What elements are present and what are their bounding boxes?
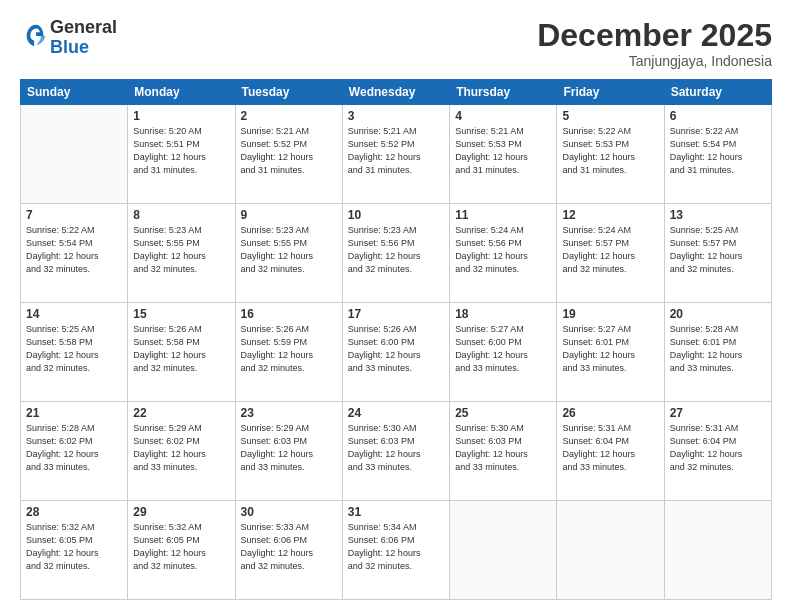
calendar-cell: 9Sunrise: 5:23 AM Sunset: 5:55 PM Daylig… [235,204,342,303]
calendar-week-row: 28Sunrise: 5:32 AM Sunset: 6:05 PM Dayli… [21,501,772,600]
day-number: 20 [670,307,766,321]
calendar-cell [21,105,128,204]
day-info: Sunrise: 5:28 AM Sunset: 6:01 PM Dayligh… [670,323,766,375]
day-number: 17 [348,307,444,321]
logo-text: General Blue [50,18,117,58]
calendar-cell: 22Sunrise: 5:29 AM Sunset: 6:02 PM Dayli… [128,402,235,501]
day-number: 24 [348,406,444,420]
calendar-cell [557,501,664,600]
day-info: Sunrise: 5:21 AM Sunset: 5:52 PM Dayligh… [241,125,337,177]
calendar-cell: 16Sunrise: 5:26 AM Sunset: 5:59 PM Dayli… [235,303,342,402]
day-number: 6 [670,109,766,123]
title-block: December 2025 Tanjungjaya, Indonesia [537,18,772,69]
day-info: Sunrise: 5:34 AM Sunset: 6:06 PM Dayligh… [348,521,444,573]
day-info: Sunrise: 5:21 AM Sunset: 5:53 PM Dayligh… [455,125,551,177]
day-info: Sunrise: 5:25 AM Sunset: 5:57 PM Dayligh… [670,224,766,276]
day-info: Sunrise: 5:32 AM Sunset: 6:05 PM Dayligh… [133,521,229,573]
calendar-cell: 6Sunrise: 5:22 AM Sunset: 5:54 PM Daylig… [664,105,771,204]
day-number: 25 [455,406,551,420]
calendar-week-row: 21Sunrise: 5:28 AM Sunset: 6:02 PM Dayli… [21,402,772,501]
calendar-cell [450,501,557,600]
day-number: 1 [133,109,229,123]
day-number: 27 [670,406,766,420]
day-info: Sunrise: 5:24 AM Sunset: 5:57 PM Dayligh… [562,224,658,276]
logo-general: General [50,17,117,37]
logo-icon [22,22,50,50]
day-info: Sunrise: 5:24 AM Sunset: 5:56 PM Dayligh… [455,224,551,276]
calendar-weekday-sunday: Sunday [21,80,128,105]
day-info: Sunrise: 5:30 AM Sunset: 6:03 PM Dayligh… [455,422,551,474]
day-number: 2 [241,109,337,123]
day-number: 31 [348,505,444,519]
calendar-cell: 2Sunrise: 5:21 AM Sunset: 5:52 PM Daylig… [235,105,342,204]
day-number: 21 [26,406,122,420]
calendar-cell: 8Sunrise: 5:23 AM Sunset: 5:55 PM Daylig… [128,204,235,303]
calendar-cell: 21Sunrise: 5:28 AM Sunset: 6:02 PM Dayli… [21,402,128,501]
day-info: Sunrise: 5:32 AM Sunset: 6:05 PM Dayligh… [26,521,122,573]
day-number: 11 [455,208,551,222]
calendar-cell: 20Sunrise: 5:28 AM Sunset: 6:01 PM Dayli… [664,303,771,402]
calendar-weekday-friday: Friday [557,80,664,105]
calendar-cell: 15Sunrise: 5:26 AM Sunset: 5:58 PM Dayli… [128,303,235,402]
calendar-cell: 4Sunrise: 5:21 AM Sunset: 5:53 PM Daylig… [450,105,557,204]
day-info: Sunrise: 5:25 AM Sunset: 5:58 PM Dayligh… [26,323,122,375]
logo-blue: Blue [50,37,89,57]
day-number: 19 [562,307,658,321]
calendar-week-row: 7Sunrise: 5:22 AM Sunset: 5:54 PM Daylig… [21,204,772,303]
day-info: Sunrise: 5:26 AM Sunset: 5:59 PM Dayligh… [241,323,337,375]
calendar-weekday-saturday: Saturday [664,80,771,105]
day-info: Sunrise: 5:27 AM Sunset: 6:01 PM Dayligh… [562,323,658,375]
day-info: Sunrise: 5:22 AM Sunset: 5:54 PM Dayligh… [670,125,766,177]
calendar-cell: 5Sunrise: 5:22 AM Sunset: 5:53 PM Daylig… [557,105,664,204]
calendar-cell: 25Sunrise: 5:30 AM Sunset: 6:03 PM Dayli… [450,402,557,501]
day-number: 12 [562,208,658,222]
month-title: December 2025 [537,18,772,53]
day-info: Sunrise: 5:23 AM Sunset: 5:55 PM Dayligh… [133,224,229,276]
day-number: 9 [241,208,337,222]
calendar-cell: 10Sunrise: 5:23 AM Sunset: 5:56 PM Dayli… [342,204,449,303]
logo: General Blue [20,18,117,58]
day-info: Sunrise: 5:26 AM Sunset: 6:00 PM Dayligh… [348,323,444,375]
day-number: 13 [670,208,766,222]
calendar-cell: 1Sunrise: 5:20 AM Sunset: 5:51 PM Daylig… [128,105,235,204]
calendar-cell: 26Sunrise: 5:31 AM Sunset: 6:04 PM Dayli… [557,402,664,501]
day-number: 15 [133,307,229,321]
day-number: 14 [26,307,122,321]
calendar-cell [664,501,771,600]
calendar-week-row: 14Sunrise: 5:25 AM Sunset: 5:58 PM Dayli… [21,303,772,402]
calendar-weekday-wednesday: Wednesday [342,80,449,105]
day-number: 30 [241,505,337,519]
calendar-cell: 24Sunrise: 5:30 AM Sunset: 6:03 PM Dayli… [342,402,449,501]
day-number: 4 [455,109,551,123]
day-info: Sunrise: 5:29 AM Sunset: 6:02 PM Dayligh… [133,422,229,474]
calendar-cell: 17Sunrise: 5:26 AM Sunset: 6:00 PM Dayli… [342,303,449,402]
calendar-cell: 18Sunrise: 5:27 AM Sunset: 6:00 PM Dayli… [450,303,557,402]
page: General Blue December 2025 Tanjungjaya, … [0,0,792,612]
day-info: Sunrise: 5:29 AM Sunset: 6:03 PM Dayligh… [241,422,337,474]
day-number: 5 [562,109,658,123]
day-info: Sunrise: 5:31 AM Sunset: 6:04 PM Dayligh… [562,422,658,474]
calendar-cell: 7Sunrise: 5:22 AM Sunset: 5:54 PM Daylig… [21,204,128,303]
day-info: Sunrise: 5:21 AM Sunset: 5:52 PM Dayligh… [348,125,444,177]
calendar-weekday-tuesday: Tuesday [235,80,342,105]
day-number: 29 [133,505,229,519]
day-info: Sunrise: 5:22 AM Sunset: 5:53 PM Dayligh… [562,125,658,177]
day-number: 28 [26,505,122,519]
day-info: Sunrise: 5:31 AM Sunset: 6:04 PM Dayligh… [670,422,766,474]
calendar-cell: 23Sunrise: 5:29 AM Sunset: 6:03 PM Dayli… [235,402,342,501]
day-number: 10 [348,208,444,222]
day-info: Sunrise: 5:26 AM Sunset: 5:58 PM Dayligh… [133,323,229,375]
day-info: Sunrise: 5:20 AM Sunset: 5:51 PM Dayligh… [133,125,229,177]
day-number: 22 [133,406,229,420]
day-number: 3 [348,109,444,123]
calendar-weekday-monday: Monday [128,80,235,105]
day-number: 26 [562,406,658,420]
calendar-cell: 30Sunrise: 5:33 AM Sunset: 6:06 PM Dayli… [235,501,342,600]
header: General Blue December 2025 Tanjungjaya, … [20,18,772,69]
day-info: Sunrise: 5:30 AM Sunset: 6:03 PM Dayligh… [348,422,444,474]
calendar-table: SundayMondayTuesdayWednesdayThursdayFrid… [20,79,772,600]
calendar-cell: 12Sunrise: 5:24 AM Sunset: 5:57 PM Dayli… [557,204,664,303]
day-number: 7 [26,208,122,222]
day-number: 8 [133,208,229,222]
calendar-cell: 29Sunrise: 5:32 AM Sunset: 6:05 PM Dayli… [128,501,235,600]
